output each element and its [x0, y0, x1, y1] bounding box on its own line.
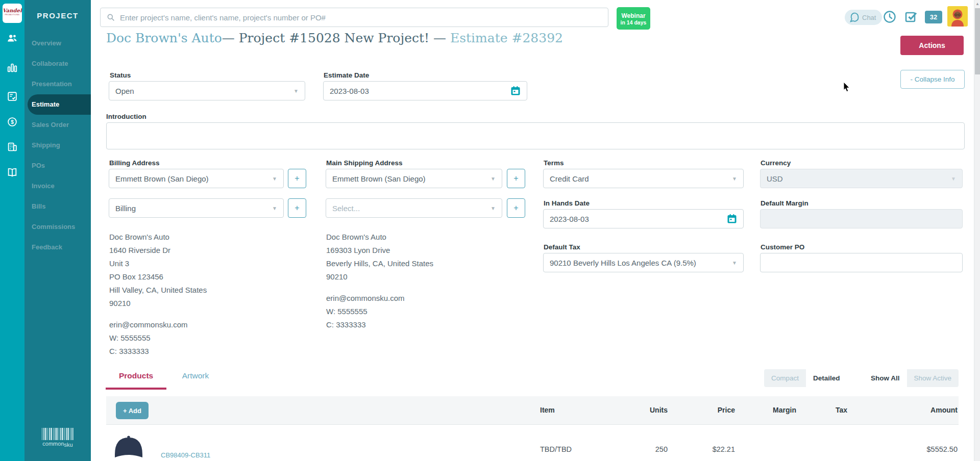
- product-sku-link[interactable]: CB98409-CB311: [161, 451, 210, 459]
- caret-down-icon: ▼: [293, 88, 299, 94]
- currency-select: USD▼: [760, 169, 963, 188]
- add-shipping-address-button[interactable]: +: [507, 169, 525, 188]
- terms-label: Terms: [544, 159, 564, 167]
- time-tracking-button[interactable]: [883, 10, 897, 24]
- status-label: Status: [110, 71, 131, 79]
- scrollbar-thumb[interactable]: [975, 8, 980, 74]
- add-billing-address-button[interactable]: +: [288, 169, 306, 188]
- company-icon[interactable]: [7, 141, 18, 152]
- detailed-toggle[interactable]: Detailed: [806, 369, 847, 387]
- sidebar-item-commissions[interactable]: Commissions: [24, 217, 91, 237]
- webinar-button[interactable]: Webinar in 14 days: [617, 7, 650, 30]
- shipping-address-label: Main Shipping Address: [326, 159, 403, 167]
- billing-address-label: Billing Address: [109, 159, 160, 167]
- column-item: Item: [540, 406, 555, 414]
- page-title: Doc Brown's Auto— Project #15028 New Pro…: [106, 31, 563, 45]
- billing-address-block: Doc Brown's Auto 1640 Riverside Dr Unit …: [109, 231, 207, 358]
- main-content: Webinar in 14 days Chat 32 Doc Brown's A…: [91, 0, 974, 461]
- vandelay-logo-subtext: PROMOTIONS: [3, 14, 22, 16]
- introduction-label: Introduction: [106, 113, 146, 120]
- vertical-scrollbar[interactable]: ▲: [974, 0, 980, 461]
- svg-text:$: $: [11, 119, 14, 125]
- show-active-toggle[interactable]: Show Active: [907, 369, 959, 387]
- row-item: TBD/TBD: [540, 445, 572, 453]
- scroll-up-arrow[interactable]: ▲: [974, 2, 980, 6]
- tasks-button[interactable]: [904, 10, 918, 24]
- sidebar-nav: Overview Collaborate Presentation Estima…: [24, 33, 91, 258]
- default-tax-label: Default Tax: [544, 243, 580, 251]
- sidebar-item-bills[interactable]: Bills: [24, 196, 91, 217]
- actions-button[interactable]: Actions: [900, 36, 964, 55]
- caret-down-icon: ▼: [951, 176, 956, 182]
- users-icon[interactable]: [7, 33, 18, 44]
- billing-address-type-select[interactable]: Billing▼: [109, 198, 284, 218]
- caret-down-icon: ▼: [732, 176, 737, 182]
- finance-icon[interactable]: $: [7, 116, 18, 127]
- commonsku-logo: commonsku: [24, 428, 91, 447]
- vandelay-logo-text: Vandelay: [3, 8, 22, 14]
- sidebar-item-pos[interactable]: POs: [24, 156, 91, 176]
- products-tabs: Products Artwork: [106, 371, 222, 390]
- shipping-address-type-select[interactable]: Select...▼: [326, 198, 502, 218]
- tasks-icon: [904, 10, 918, 24]
- row-price: $22.21: [674, 445, 735, 453]
- billing-address-select[interactable]: Emmett Brown (San Diego)▼: [109, 169, 284, 188]
- sidebar-item-invoice[interactable]: Invoice: [24, 176, 91, 196]
- sidebar-item-collaborate[interactable]: Collaborate: [24, 54, 91, 74]
- default-margin-label: Default Margin: [761, 199, 808, 207]
- filter-toggle: Show All Show Active: [864, 369, 959, 387]
- orders-icon[interactable]: [7, 91, 18, 102]
- customer-po-label: Customer PO: [761, 243, 804, 251]
- clock-icon: [883, 10, 897, 24]
- view-toggle: Compact Detailed: [764, 369, 847, 387]
- barcode-icon: [42, 428, 74, 440]
- add-billing-type-button[interactable]: +: [288, 198, 306, 218]
- row-units: 250: [606, 445, 668, 453]
- library-icon[interactable]: [7, 167, 18, 178]
- default-tax-select[interactable]: 90210 Beverly Hills Los Angeles CA (9.5%…: [543, 253, 744, 272]
- introduction-textarea[interactable]: [106, 122, 965, 149]
- column-tax: Tax: [796, 406, 847, 414]
- chat-label: Chat: [862, 14, 876, 21]
- calendar-icon[interactable]: [510, 86, 521, 96]
- caret-down-icon: ▼: [491, 206, 496, 211]
- notification-badge[interactable]: 32: [925, 11, 942, 23]
- sidebar-item-overview[interactable]: Overview: [24, 33, 91, 54]
- row-amount: $5552.50: [847, 445, 958, 453]
- default-margin-input: [760, 209, 963, 228]
- client-link[interactable]: Doc Brown's Auto: [106, 31, 222, 45]
- estimate-date-input[interactable]: 2023-08-03: [323, 81, 527, 100]
- caret-down-icon: ▼: [272, 176, 277, 182]
- vandelay-logo[interactable]: Vandelay PROMOTIONS: [3, 4, 22, 23]
- tab-products[interactable]: Products: [106, 371, 166, 390]
- customer-po-input[interactable]: [760, 253, 963, 272]
- estimate-date-label: Estimate Date: [324, 71, 369, 79]
- shipping-address-block: Doc Brown's Auto 169303 Lyon Drive Bever…: [326, 231, 433, 331]
- collapse-info-button[interactable]: - Collapse Info: [900, 70, 965, 89]
- compact-toggle[interactable]: Compact: [764, 369, 806, 387]
- column-margin: Margin: [735, 406, 796, 414]
- calendar-icon[interactable]: [727, 214, 737, 224]
- sidebar-item-shipping[interactable]: Shipping: [24, 135, 91, 156]
- sidebar-item-presentation[interactable]: Presentation: [24, 74, 91, 94]
- add-shipping-type-button[interactable]: +: [507, 198, 525, 218]
- tab-artwork[interactable]: Artwork: [169, 371, 223, 388]
- shipping-address-select[interactable]: Emmett Brown (San Diego)▼: [326, 169, 502, 188]
- sidebar-item-feedback[interactable]: Feedback: [24, 237, 91, 258]
- analytics-icon[interactable]: [7, 62, 18, 73]
- products-table-header: + Add Item Units Price Margin Tax Amount: [106, 396, 959, 425]
- sidebar-item-estimate[interactable]: Estimate: [28, 94, 91, 115]
- terms-select[interactable]: Credit Card▼: [543, 169, 744, 188]
- chat-button[interactable]: Chat: [845, 10, 882, 25]
- in-hands-date-input[interactable]: 2023-08-03: [543, 209, 744, 228]
- estimate-link[interactable]: Estimate #28392: [450, 31, 563, 45]
- sidebar-item-sales-order[interactable]: Sales Order: [24, 115, 91, 135]
- column-price: Price: [674, 406, 735, 414]
- product-image[interactable]: [112, 431, 145, 461]
- caret-down-icon: ▼: [732, 260, 737, 266]
- avatar[interactable]: [947, 6, 968, 27]
- show-all-toggle[interactable]: Show All: [864, 369, 907, 387]
- status-select[interactable]: Open▼: [109, 81, 305, 100]
- search-input[interactable]: [120, 13, 608, 22]
- add-product-button[interactable]: + Add: [116, 402, 149, 419]
